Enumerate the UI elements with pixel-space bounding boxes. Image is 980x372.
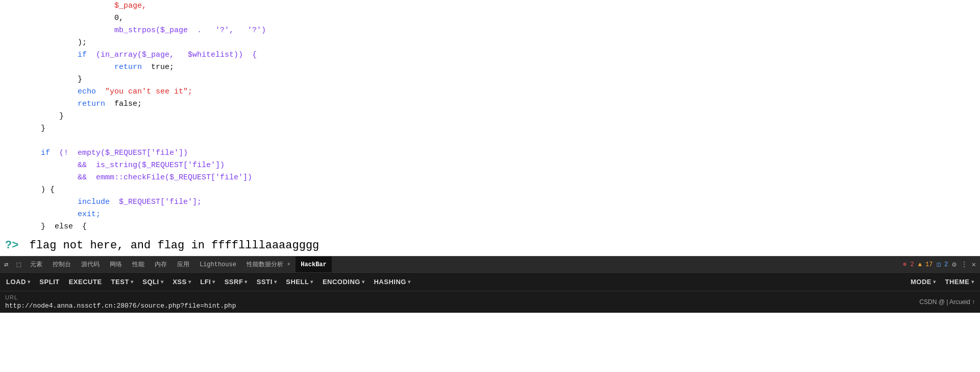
url-bar: URL http://node4.anna.nssctf.cn:28076/so…	[0, 291, 980, 313]
close-icon[interactable]: ✕	[972, 260, 976, 269]
encoding-button[interactable]: ENCODING ▾	[318, 276, 369, 288]
code-area: $_page, 0, mb_strpos($_page . '?', '?') …	[0, 0, 980, 235]
hashing-button[interactable]: HASHING ▾	[370, 276, 414, 288]
load-button[interactable]: LOAD ▾	[2, 276, 34, 288]
code-line: } else {	[0, 221, 980, 233]
devtools-tab-device[interactable]: ⇄	[0, 257, 12, 272]
flag-text: flag not here, and flag in ffffllllaaaag…	[30, 239, 320, 252]
devtools-tab-sources[interactable]: 源代码	[76, 257, 105, 272]
mode-theme-group: MODE ▾ THEME ▾	[906, 276, 978, 288]
devtools-tab-network[interactable]: 网络	[105, 257, 127, 272]
devtools-tab-elements[interactable]: 元素	[25, 257, 47, 272]
code-line: if (in_array($_page, $whitelist)) {	[0, 49, 980, 61]
flag-output: ?> flag not here, and flag in ffffllllaa…	[0, 235, 980, 256]
ssti-button[interactable]: SSTI ▾	[253, 276, 281, 288]
info-badge: ◫ 2	[937, 261, 948, 268]
theme-button[interactable]: THEME ▾	[941, 276, 978, 288]
test-button[interactable]: TEST ▾	[107, 276, 138, 288]
warning-badge: ▲ 17	[918, 261, 933, 268]
code-line: }	[0, 123, 980, 135]
hackbar-toolbar: LOAD ▾ SPLIT EXECUTE TEST ▾ SQLI ▾ XSS ▾…	[0, 272, 980, 291]
code-line: mb_strpos($_page . '?', '?')	[0, 25, 980, 37]
devtools-right-controls: ⊗ 2 ▲ 17 ◫ 2 ⚙ ⋮ ✕	[903, 260, 980, 269]
more-icon[interactable]: ⋮	[961, 260, 968, 269]
code-line	[0, 135, 980, 147]
url-label: URL	[5, 294, 919, 300]
code-line: ) {	[0, 184, 980, 196]
php-tag: ?>	[5, 239, 18, 252]
devtools-tab-console[interactable]: 控制台	[47, 257, 76, 272]
url-value[interactable]: http://node4.anna.nssctf.cn:28076/source…	[5, 302, 919, 310]
devtools-tab-memory[interactable]: 内存	[150, 257, 172, 272]
ssrf-button[interactable]: SSRF ▾	[220, 276, 252, 288]
code-line: );	[0, 37, 980, 49]
code-line: }	[0, 74, 980, 86]
xss-button[interactable]: XSS ▾	[168, 276, 195, 288]
split-button[interactable]: SPLIT	[35, 276, 63, 288]
devtools-tab-lighthouse[interactable]: Lighthouse	[194, 257, 241, 272]
code-line: }	[0, 110, 980, 123]
devtools-tab-application[interactable]: 应用	[172, 257, 194, 272]
code-line: exit;	[0, 208, 980, 221]
code-line: echo "you can't see it";	[0, 86, 980, 98]
error-badge: ⊗ 2	[903, 261, 914, 268]
devtools-tab-perf-insights[interactable]: 性能数据分析 ⚡	[241, 257, 296, 272]
shell-button[interactable]: SHELL ▾	[282, 276, 317, 288]
sqli-button[interactable]: SQLI ▾	[138, 276, 167, 288]
code-line: include $_REQUEST['file'];	[0, 196, 980, 208]
devtools-tab-hackbar[interactable]: HackBar	[296, 257, 331, 272]
code-line: return true;	[0, 61, 980, 74]
devtools-tab-performance[interactable]: 性能	[127, 257, 150, 272]
execute-button[interactable]: EXECUTE	[65, 276, 106, 288]
code-line: && emmm::checkFile($_REQUEST['file'])	[0, 172, 980, 184]
code-line: 0,	[0, 12, 980, 25]
code-line: if (! empty($_REQUEST['file'])	[0, 147, 980, 159]
lfi-button[interactable]: LFI ▾	[196, 276, 219, 288]
code-line: return false;	[0, 98, 980, 110]
attribution-text: CSDN @ | Arcueid ↑	[919, 298, 975, 306]
code-line: $_page,	[0, 0, 980, 12]
mode-button[interactable]: MODE ▾	[906, 276, 940, 288]
settings-icon[interactable]: ⚙	[952, 260, 956, 269]
code-line: && is_string($_REQUEST['file'])	[0, 159, 980, 172]
devtools-tab-inspect[interactable]: ⬚	[12, 257, 24, 272]
devtools-tab-bar: ⇄ ⬚ 元素 控制台 源代码 网络 性能 内存 应用 Lighthouse 性能…	[0, 256, 980, 272]
